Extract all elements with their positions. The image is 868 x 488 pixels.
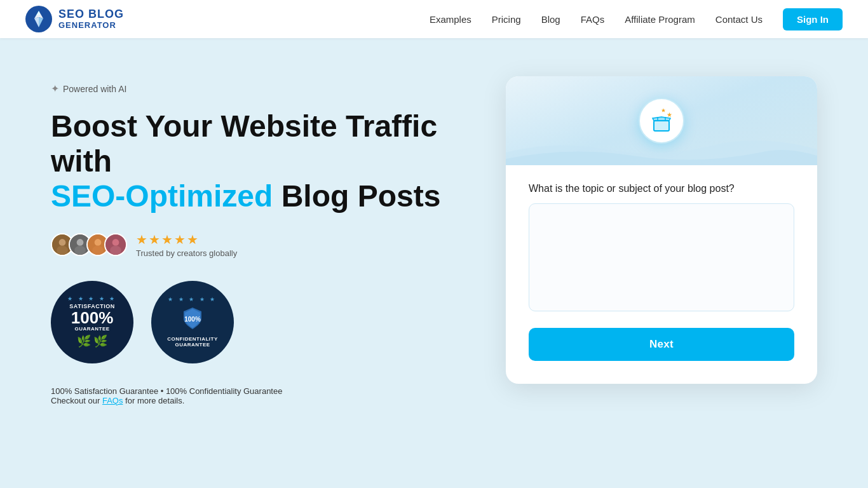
headline-line2: Blog Posts	[281, 179, 441, 213]
stars-area: ★★★★★ Trusted by creators globally	[136, 232, 237, 258]
nav-affiliate[interactable]: Affiliate Program	[625, 14, 695, 25]
badge-conf-label: CONFIDENTIALITY	[167, 336, 218, 342]
spark-icon: ✦	[51, 83, 59, 95]
main-content: ✦ Powered with AI Boost Your Website Tra…	[0, 38, 868, 488]
headline-line1: Boost Your Website Traffic with	[51, 109, 437, 178]
hero-right: ★ What is the topic or subject of your b…	[506, 76, 817, 384]
header: SEO BLOG GENERATOR Examples Pricing Blog…	[0, 0, 868, 38]
nav-pricing[interactable]: Pricing	[492, 14, 521, 25]
powered-badge: ✦ Powered with AI	[51, 83, 480, 95]
svg-point-12	[110, 246, 121, 255]
svg-point-8	[95, 239, 102, 246]
svg-point-6	[74, 246, 86, 255]
faqs-link[interactable]: FAQs	[102, 396, 123, 405]
svg-text:100%: 100%	[184, 316, 201, 323]
nav-contact[interactable]: Contact Us	[715, 14, 763, 25]
laurel-icon: 🌿🌿	[77, 334, 107, 348]
signin-button[interactable]: Sign In	[783, 8, 843, 30]
confidentiality-badge: ★ ★ ★ ★ ★ 100% CONFIDENTIALITY GUARANTEE	[151, 281, 234, 363]
svg-text:★: ★	[667, 111, 672, 118]
avatar-group	[51, 233, 127, 256]
headline-blue: SEO-Optimized	[51, 179, 273, 213]
nav-faqs[interactable]: FAQs	[581, 14, 605, 25]
card-question: What is the topic or subject of your blo…	[529, 183, 794, 194]
badge-conf-stars-top: ★ ★ ★ ★ ★	[168, 296, 217, 302]
headline: Boost Your Website Traffic with SEO-Opti…	[51, 109, 480, 214]
card-body: What is the topic or subject of your blo…	[506, 183, 817, 361]
powered-label: Powered with AI	[63, 84, 126, 94]
blog-topic-card: ★ What is the topic or subject of your b…	[506, 76, 817, 384]
svg-point-5	[77, 239, 84, 246]
svg-point-3	[57, 246, 68, 255]
nav-blog[interactable]: Blog	[541, 14, 560, 25]
badge-guarantee-label: GUARANTEE	[74, 326, 109, 332]
logo[interactable]: SEO BLOG GENERATOR	[25, 6, 124, 32]
avatar-4	[104, 233, 127, 256]
blog-topic-textarea[interactable]	[529, 203, 794, 311]
guarantee-line1: 100% Satisfaction Guarantee • 100% Confi…	[51, 386, 480, 396]
badge-satisfaction-percent: 100%	[71, 309, 114, 326]
badge-conf-sub: GUARANTEE	[175, 342, 210, 348]
svg-point-11	[112, 239, 119, 246]
badge-stars-top: ★ ★ ★ ★ ★	[67, 295, 116, 302]
svg-marker-16	[661, 108, 666, 112]
navigation: Examples Pricing Blog FAQs Affiliate Pro…	[430, 8, 843, 30]
star-rating: ★★★★★	[136, 232, 237, 247]
guarantee-line2: Checkout our FAQs for more details.	[51, 396, 480, 405]
badges: ★ ★ ★ ★ ★ SATISFACTION 100% GUARANTEE 🌿🌿…	[51, 281, 480, 363]
svg-point-9	[92, 246, 104, 255]
guarantee-text: 100% Satisfaction Guarantee • 100% Confi…	[51, 386, 480, 405]
svg-point-2	[59, 239, 66, 246]
next-button[interactable]: Next	[529, 328, 794, 361]
logo-text: SEO BLOG GENERATOR	[58, 8, 124, 30]
hero-left: ✦ Powered with AI Boost Your Website Tra…	[51, 76, 480, 405]
trusted-text: Trusted by creators globally	[136, 248, 237, 258]
card-header: ★	[506, 76, 817, 165]
satisfaction-badge: ★ ★ ★ ★ ★ SATISFACTION 100% GUARANTEE 🌿🌿	[51, 281, 133, 363]
nav-examples[interactable]: Examples	[430, 14, 471, 25]
social-proof: ★★★★★ Trusted by creators globally	[51, 232, 480, 258]
